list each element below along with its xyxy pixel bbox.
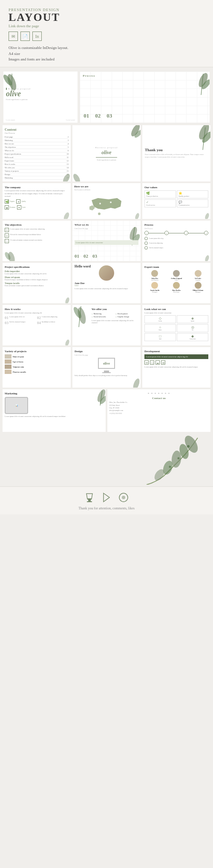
leaf-specs bbox=[62, 296, 71, 303]
what-numbers: 01 02 03 bbox=[75, 253, 97, 259]
look-grid: ◇Lorem ◈Ipsum ○Dolor ◎Sit □Amet ◆Consect… bbox=[144, 315, 208, 341]
leaf-decor-tr bbox=[188, 72, 210, 97]
leaf-values bbox=[202, 211, 210, 219]
monitor-logo: olive bbox=[103, 362, 110, 365]
svg-point-15 bbox=[110, 201, 112, 203]
values-grid: 🌿 Clean production ⭐ Quality product ✓ G… bbox=[144, 190, 208, 207]
team-title: Expert team bbox=[144, 265, 208, 269]
hero-footer: Lorem ipsum Lorem ipsum bbox=[6, 119, 75, 121]
indesign-icon[interactable]: In bbox=[32, 32, 42, 41]
avatar-6 bbox=[195, 282, 201, 289]
variety-img-4 bbox=[5, 370, 12, 374]
team-grid: John Doe Art Director Arthur Eugend CEO … bbox=[144, 270, 208, 293]
leaf-process bbox=[202, 253, 210, 261]
team-member-5: Ron Darlin Developer bbox=[166, 282, 187, 293]
header-link: Link down the page bbox=[9, 24, 204, 28]
slide-design: Design Link down the page olive Scily sh… bbox=[72, 347, 141, 388]
pdf-icon[interactable]: 📄 bbox=[20, 32, 30, 41]
svg-point-30 bbox=[132, 378, 141, 388]
hello-content: Jane Doe CEO Lorem ipsum dolor sit amet … bbox=[75, 265, 138, 290]
team-member-3: Sol Lake Lawyer bbox=[187, 270, 208, 281]
team-member-4: Sarah Smith Designer bbox=[144, 282, 165, 293]
row-4: Project specifications Felis imperdiet L… bbox=[0, 263, 213, 305]
slide-objectives: The objectives ⊡ Lorem ipsum dolor sit a… bbox=[3, 221, 71, 261]
dev-icon-hex: ⬡ bbox=[150, 360, 154, 365]
contact-dots bbox=[109, 393, 209, 394]
marketing-body: Lorem ipsum dolor sit amet consectetur a… bbox=[5, 415, 104, 417]
leaf-decor-br bbox=[58, 171, 71, 181]
leaf-tr bbox=[124, 125, 141, 142]
dev-icon-mail: ✉ bbox=[144, 360, 149, 365]
what-highlight: Lorem ipsum dolor sit amet consectetur bbox=[75, 240, 138, 245]
row-2: The company Lorem ipsum dolor sit amet c… bbox=[0, 183, 213, 221]
map-sub: Our location worldwide bbox=[74, 189, 139, 191]
company-body: Lorem ipsum dolor sit amet consectetur a… bbox=[5, 190, 69, 198]
svg-point-18 bbox=[204, 213, 210, 219]
value-3: ✓ Good service bbox=[144, 199, 176, 207]
leaf-thankyou bbox=[189, 125, 210, 151]
dev-box-text: Lorem ipsum dolor sit amet consectetur a… bbox=[146, 356, 207, 358]
dev-box: Lorem ipsum dolor sit amet consectetur a… bbox=[144, 354, 208, 359]
content-sub: Our Process bbox=[5, 132, 69, 134]
variety-img-2 bbox=[5, 359, 12, 364]
footer-icon-1 bbox=[83, 491, 96, 504]
contact-info: Olive, Inc. Placeholder Co. 123 Fake Str… bbox=[109, 401, 209, 415]
variety-title: Variety of projects bbox=[5, 350, 69, 353]
header-desc: Olive is customizable InDesign layout. A… bbox=[9, 45, 204, 63]
specs-title: Project specifications bbox=[5, 265, 69, 269]
row-5: How it works Lorem ipsum dolor sit amet … bbox=[0, 305, 213, 347]
content-title: Content bbox=[5, 128, 69, 132]
footer-icon-2 bbox=[100, 491, 113, 504]
svg-point-25 bbox=[65, 297, 70, 303]
email-icon[interactable]: ✉ bbox=[9, 32, 18, 41]
team-member-2: Arthur Eugend CEO bbox=[166, 270, 187, 281]
brand-logo: olive bbox=[101, 149, 111, 156]
value-4: 💬 Communication bbox=[177, 199, 208, 207]
offer-content: We offer you +Marketing +Development +So… bbox=[92, 308, 138, 324]
row-3: The objectives ⊡ Lorem ipsum dolor sit a… bbox=[0, 221, 213, 263]
objectives-list: ⊡ Lorem ipsum dolor sit amet consectetur… bbox=[5, 228, 69, 243]
svg-point-41 bbox=[169, 466, 171, 468]
monitor-base bbox=[102, 372, 111, 373]
slide-how-it-works: How it works Lorem ipsum dolor sit amet … bbox=[3, 305, 71, 345]
how-body: Lorem ipsum dolor sit amet consectetur a… bbox=[5, 312, 69, 314]
svg-point-47 bbox=[122, 496, 125, 499]
team-member-6: Mihael Poluan Manager bbox=[187, 282, 208, 293]
values-title: Our values bbox=[144, 186, 208, 189]
footer: Thank you for attention, comments, likes bbox=[0, 486, 213, 514]
brand-badge: Business proposal bbox=[95, 147, 118, 149]
hero-process-slide: Process 01 02 03 bbox=[80, 72, 210, 123]
slide-we-offer: We offer you +Marketing +Development +So… bbox=[72, 305, 141, 345]
variety-list: Diam vel quam Eget vel lorem Vulputate e… bbox=[5, 354, 69, 374]
slide-contact: Contact us Olive, Inc. Placeholder Co. 1… bbox=[107, 389, 210, 432]
avatar-5 bbox=[173, 282, 180, 289]
map-svg bbox=[87, 192, 126, 217]
footer-icons bbox=[4, 491, 209, 504]
team-member-1: John Doe Art Director bbox=[144, 270, 165, 281]
person-role: CEO bbox=[75, 285, 138, 287]
person-photo bbox=[99, 265, 114, 281]
svg-marker-45 bbox=[104, 493, 109, 502]
svg-point-14 bbox=[99, 203, 101, 204]
monitor: olive bbox=[98, 358, 115, 369]
contact-title: Contact us bbox=[109, 397, 209, 400]
process-slide-title: Process bbox=[144, 223, 208, 227]
design-sub: Link down the page bbox=[75, 354, 138, 356]
slide-marketing: Marketing 📊 Lorem ipsum dolor sit amet c… bbox=[3, 389, 106, 432]
row-1: Content Our Process Front page2 Marketin… bbox=[0, 125, 213, 183]
brand-tagline: Fresh ingredients to patients bbox=[97, 159, 116, 161]
leaf-marketing bbox=[91, 389, 106, 406]
footer-text: Thank you for attention, comments, likes bbox=[4, 506, 209, 510]
leaf-company bbox=[60, 210, 71, 219]
dev-icons: ✉ ⬡ ☁ ⊞ bbox=[144, 360, 208, 365]
svg-point-39 bbox=[187, 445, 190, 448]
dev-title: Development bbox=[144, 350, 208, 353]
header: Presentation design LAYOUT Link down the… bbox=[0, 0, 213, 67]
avatar-2 bbox=[173, 270, 180, 277]
hero-tagline: Fresh ingredients to patients bbox=[6, 98, 75, 101]
svg-point-9 bbox=[72, 172, 81, 181]
slide-olive-brand: Business proposal olive Fresh ingredient… bbox=[72, 125, 141, 181]
deco-olive-branch bbox=[3, 434, 210, 485]
process-nodes-v: ○ Lorem ipsum dolor step ○ Consectetur a… bbox=[144, 237, 208, 250]
hero-brand-slide: Business proposal olive Fresh ingredient… bbox=[3, 72, 78, 123]
